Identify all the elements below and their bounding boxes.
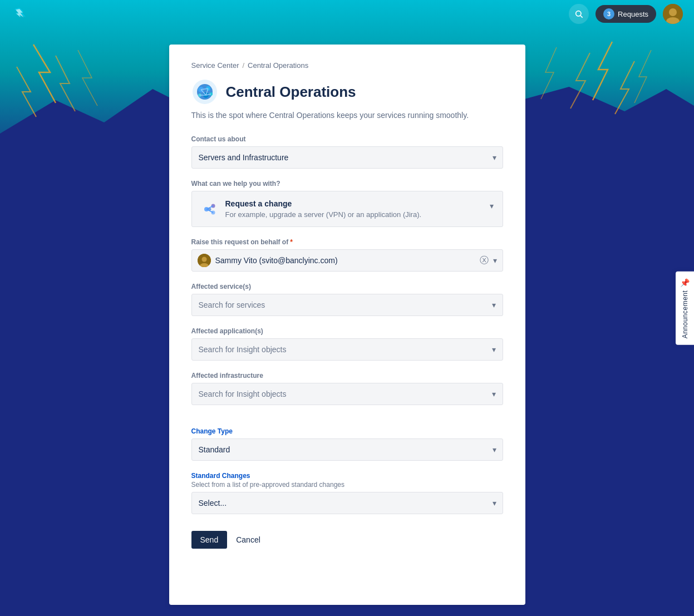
affected-applications-chevron-icon: ▾: [492, 345, 496, 354]
help-card-desc: For example, upgrade a server (VPN) or a…: [225, 210, 422, 219]
page-title-area: Central Operations: [191, 78, 503, 105]
help-card-chevron-icon: ▾: [490, 201, 494, 210]
page-title: Central Operations: [226, 83, 356, 101]
change-type-wrapper[interactable]: Standard Emergency Normal: [191, 438, 503, 461]
standard-changes-title: Standard Changes: [191, 472, 503, 480]
affected-services-placeholder: Search for services: [199, 300, 492, 309]
behalf-user-avatar: [198, 254, 211, 267]
announcement-label: Announcement: [681, 290, 689, 338]
change-type-select[interactable]: Standard Emergency Normal: [191, 438, 503, 461]
behalf-label: Raise this request on behalf of *: [191, 238, 503, 246]
standard-changes-desc: Select from a list of pre-approved stand…: [191, 481, 503, 489]
requests-label: Requests: [618, 10, 648, 18]
form-panel: Service Center / Central Operations: [169, 45, 525, 605]
affected-applications-section: Affected application(s) Search for Insig…: [191, 327, 503, 361]
svg-point-3: [669, 8, 677, 16]
affected-infrastructure-select[interactable]: Search for Insight objects ▾: [191, 383, 503, 405]
form-actions: Send Cancel: [191, 531, 503, 549]
svg-point-24: [201, 257, 206, 262]
contact-about-label: Contact us about: [191, 135, 503, 143]
affected-infrastructure-label: Affected infrastructure: [191, 372, 503, 380]
announcement-tab[interactable]: 📌 Announcement: [676, 271, 694, 345]
affected-infrastructure-placeholder: Search for Insight objects: [199, 390, 492, 398]
svg-point-0: [576, 11, 581, 16]
change-type-section: Change Type Standard Emergency Normal: [191, 427, 503, 461]
affected-infrastructure-section: Affected infrastructure Search for Insig…: [191, 372, 503, 405]
standard-changes-select[interactable]: Select...: [191, 492, 503, 514]
required-indicator: *: [290, 238, 293, 246]
help-card-content: Request a change For example, upgrade a …: [201, 199, 422, 219]
behalf-user-name: Sammy Vito (svito@banclyinc.com): [215, 256, 480, 265]
logo[interactable]: [11, 6, 28, 22]
user-avatar[interactable]: [663, 4, 683, 24]
svg-line-1: [580, 16, 583, 18]
affected-applications-select[interactable]: Search for Insight objects ▾: [191, 338, 503, 361]
breadcrumb-separator: /: [242, 61, 244, 70]
page-description: This is the spot where Central Operation…: [191, 111, 503, 120]
help-section: What can we help you with? Request a cha…: [191, 180, 503, 227]
breadcrumb-current: Central Operations: [248, 61, 308, 70]
affected-services-select[interactable]: Search for services ▾: [191, 294, 503, 316]
standard-changes-section: Standard Changes Select from a list of p…: [191, 472, 503, 514]
contact-about-select[interactable]: Servers and Infrastructure Software Othe…: [191, 146, 503, 169]
search-button[interactable]: [569, 4, 589, 24]
affected-services-label: Affected service(s): [191, 283, 503, 290]
breadcrumb: Service Center / Central Operations: [191, 61, 503, 70]
contact-about-section: Contact us about Servers and Infrastruct…: [191, 135, 503, 169]
breadcrumb-parent[interactable]: Service Center: [191, 61, 239, 70]
behalf-section: Raise this request on behalf of * Sammy …: [191, 238, 503, 272]
change-type-label: Change Type: [191, 427, 503, 435]
clear-user-button[interactable]: ⓧ: [480, 256, 489, 265]
affected-infrastructure-chevron-icon: ▾: [492, 390, 496, 398]
send-button[interactable]: Send: [191, 531, 228, 549]
announcement-pin-icon: 📌: [680, 278, 690, 287]
behalf-user-select[interactable]: Sammy Vito (svito@banclyinc.com) ⓧ ▾: [191, 249, 503, 272]
help-card[interactable]: Request a change For example, upgrade a …: [191, 191, 503, 227]
affected-services-section: Affected service(s) Search for services …: [191, 283, 503, 316]
user-select-chevron-icon: ▾: [493, 256, 497, 265]
affected-services-chevron-icon: ▾: [492, 300, 496, 309]
cancel-button[interactable]: Cancel: [234, 531, 263, 549]
requests-badge: 3: [603, 8, 614, 19]
help-label: What can we help you with?: [191, 180, 503, 188]
requests-button[interactable]: 3 Requests: [595, 5, 656, 23]
contact-about-wrapper[interactable]: Servers and Infrastructure Software Othe…: [191, 146, 503, 169]
affected-applications-label: Affected application(s): [191, 327, 503, 335]
standard-changes-wrapper[interactable]: Select...: [191, 492, 503, 514]
help-card-title: Request a change: [225, 199, 422, 208]
affected-applications-placeholder: Search for Insight objects: [199, 345, 492, 354]
